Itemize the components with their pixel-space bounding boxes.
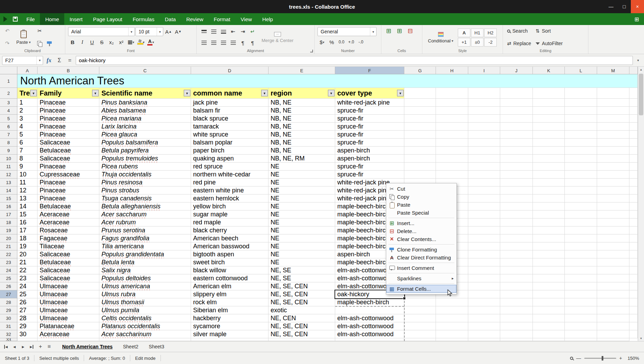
cell-C7[interactable]: Picea glauca [99,131,191,139]
cell-L27[interactable] [565,290,597,298]
cell-I32[interactable] [468,330,500,338]
cell-A11[interactable]: 9 [17,163,38,171]
decrease-indent-button[interactable]: ⇤ [229,27,238,36]
cell-L3[interactable] [565,99,597,107]
row-header-12[interactable]: 12 [0,171,17,179]
cell-C27[interactable]: Ulmus rubra [99,290,191,298]
cell-J13[interactable] [500,179,533,187]
cell-H5[interactable] [436,115,468,123]
menu-item-view[interactable]: View [236,13,257,25]
scroll-down-icon[interactable]: ▼ [638,336,644,341]
cell-J15[interactable] [500,195,533,202]
cell-E26[interactable]: NE, SE, CEN [269,282,335,290]
cell-I29[interactable] [468,306,500,314]
context-menu-item-clear-contents[interactable]: Clear Contents... [386,235,456,243]
cell-E24[interactable]: NE, SE [269,266,335,274]
cell-B14[interactable]: Pinaceae [38,187,99,195]
cell-F6[interactable]: spruce-fir [335,123,404,131]
align-right-button[interactable] [219,38,228,47]
menu-item-format[interactable]: Format [208,13,236,25]
cell-K11[interactable] [533,163,565,171]
cell-E14[interactable]: NE [269,187,335,195]
cell-G6[interactable] [404,123,436,131]
cell-A27[interactable]: 25 [17,290,38,298]
cell-E3[interactable]: NB, NE [269,99,335,107]
redo-button[interactable]: ↷ [3,39,12,48]
cell-D24[interactable]: black willow [191,266,269,274]
cell-H28[interactable] [436,298,468,306]
cell-J28[interactable] [500,298,533,306]
autofilter-dropdown-button[interactable]: ▼ [184,90,190,97]
align-center-button[interactable] [209,38,218,47]
cell-A8[interactable]: 6 [17,139,38,147]
cell-M18[interactable] [597,218,629,226]
cell-K20[interactable] [533,234,565,242]
cell-J30[interactable] [500,314,533,322]
cell-K6[interactable] [533,123,565,131]
cell-A23[interactable]: 21 [17,258,38,266]
cell-L28[interactable] [565,298,597,306]
cell-B9[interactable]: Betulaceae [38,147,99,155]
cell-J18[interactable] [500,218,533,226]
cell-C3[interactable]: Pinus banksiana [99,99,191,107]
cell-G3[interactable] [404,99,436,107]
cell-K26[interactable] [533,282,565,290]
right-to-left-button[interactable]: ¶ [248,38,257,47]
cell-M28[interactable] [597,298,629,306]
cell-C31[interactable]: Platanus occidentalis [99,322,191,330]
cell-A19[interactable]: 17 [17,226,38,234]
cell-K2[interactable] [533,88,565,99]
cell-B5[interactable]: Pinaceae [38,115,99,123]
font-color-button[interactable]: A▾ [146,38,155,47]
row-header-19[interactable]: 19 [0,226,17,234]
cell-J9[interactable] [500,147,533,155]
row-header-32[interactable]: 32 [0,330,17,338]
cell-I18[interactable] [468,218,500,226]
autofilter-button[interactable]: AutoFilter [534,39,564,48]
insert-rows-button[interactable]: ⊞ [384,26,393,35]
cell-M14[interactable] [597,187,629,195]
cell-E28[interactable]: NE, SE, CEN [269,298,335,306]
menu-item-insert[interactable]: Insert [64,13,88,25]
cell-M12[interactable] [597,171,629,179]
cell-I9[interactable] [468,147,500,155]
cell-F3[interactable]: white-red-jack pine [335,99,404,107]
cell-B20[interactable]: Fagaceae [38,234,99,242]
cell-M30[interactable] [597,314,629,322]
justify-button[interactable] [229,38,238,47]
column-header-I[interactable]: I [468,67,500,74]
cell-E5[interactable]: NB, NE [269,115,335,123]
cell-M29[interactable] [597,306,629,314]
cell-J19[interactable] [500,226,533,234]
cell-J26[interactable] [500,282,533,290]
cell-L17[interactable] [565,210,597,218]
cell-D22[interactable]: bigtooth aspen [191,250,269,258]
cell-B17[interactable]: Aceraceae [38,210,99,218]
cell-G10[interactable] [404,155,436,163]
cell-H4[interactable] [436,107,468,115]
cell-J21[interactable] [500,242,533,250]
sum-average-status[interactable]: Average: ; Sum: 0 [84,355,130,361]
cell-A32[interactable]: 30 [17,330,38,338]
wrap-text-button[interactable]: ↵ [248,27,257,36]
row-header-13[interactable]: 13 [0,179,17,187]
cell-E25[interactable]: NE, SE [269,274,335,282]
sheet-menu-button[interactable]: ≡ [45,342,53,351]
cell-G29[interactable] [404,306,436,314]
copy-button[interactable] [35,39,44,48]
formula-input[interactable]: oak-hickory [76,56,633,65]
formula-button[interactable]: = [65,56,74,65]
cell-L2[interactable] [565,88,597,99]
function-wizard-button[interactable]: fx [44,56,53,65]
cell-B23[interactable]: Betulaceae [38,258,99,266]
cell-J5[interactable] [500,115,533,123]
cell-C24[interactable]: Salix nigra [99,266,191,274]
cell-K9[interactable] [533,147,565,155]
cell-G4[interactable] [404,107,436,115]
cell-I17[interactable] [468,210,500,218]
cell-K24[interactable] [533,266,565,274]
cell-I25[interactable] [468,274,500,282]
cell-B3[interactable]: Pinaceae [38,99,99,107]
align-left-button[interactable] [199,38,208,47]
cell-L8[interactable] [565,139,597,147]
